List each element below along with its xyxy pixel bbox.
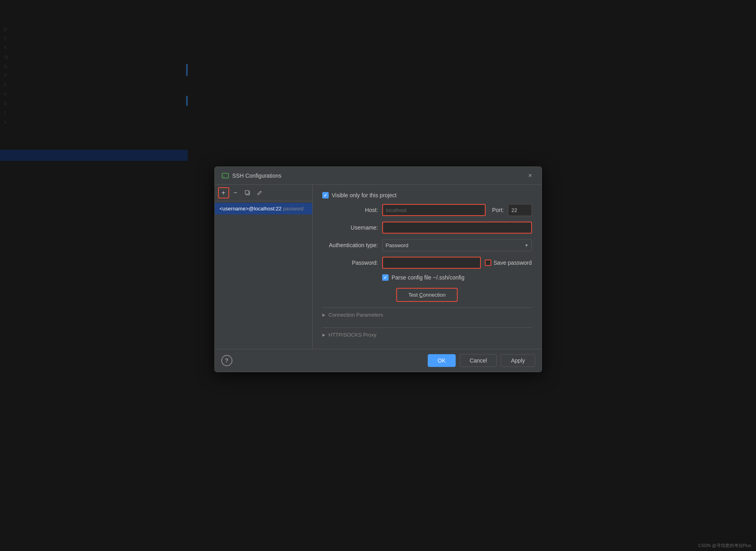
add-config-button[interactable]: + (218, 187, 229, 198)
test-connection-row: Test Connection (322, 288, 532, 302)
dialog-title: SSH Configurations (232, 172, 282, 179)
right-panel: ✓ Visible only for this project Host: Po… (313, 185, 542, 349)
apply-button[interactable]: Apply (501, 354, 535, 367)
footer-right: OK Cancel Apply (428, 354, 535, 367)
username-row: Username: (322, 222, 532, 234)
connection-parameters-section: ▶ Connection Parameters (322, 307, 532, 322)
connection-params-chevron-icon: ▶ (322, 313, 325, 317)
visible-only-row: ✓ Visible only for this project (322, 192, 532, 198)
save-password-label: Save password (494, 260, 532, 266)
http-socks-proxy-section: ▶ HTTP/SOCKS Proxy (322, 327, 532, 342)
save-password-group: Save password (485, 260, 532, 266)
username-label: Username: (322, 224, 378, 231)
ok-button[interactable]: OK (428, 354, 456, 367)
edit-config-button[interactable] (254, 187, 265, 198)
ssh-configurations-dialog: >_ SSH Configurations × + − (214, 166, 542, 372)
config-item-text: <username>@localhost:22 password (220, 206, 304, 212)
host-label: Host: (322, 207, 378, 213)
connection-parameters-header[interactable]: ▶ Connection Parameters (322, 312, 532, 318)
test-connection-button[interactable]: Test Connection (396, 288, 457, 302)
ssh-icon: >_ (221, 172, 229, 180)
remove-config-button[interactable]: − (230, 187, 241, 198)
auth-type-dropdown-wrapper: Password Key pair OpenSSH config and aut… (382, 239, 532, 251)
host-input[interactable] (382, 204, 486, 216)
port-label: Port: (492, 207, 504, 213)
title-left: >_ SSH Configurations (221, 172, 282, 180)
http-socks-proxy-header[interactable]: ▶ HTTP/SOCKS Proxy (322, 332, 532, 338)
dialog-body: + − (215, 185, 542, 349)
parse-config-row: ✓ Parse config file ~/.ssh/config (322, 274, 532, 281)
copy-config-button[interactable] (242, 187, 253, 198)
dialog-titlebar: >_ SSH Configurations × (215, 167, 542, 185)
port-input[interactable] (508, 204, 532, 216)
cancel-button[interactable]: Cancel (460, 354, 497, 367)
auth-type-row: Authentication type: Password Key pair O… (322, 239, 532, 251)
save-password-checkbox[interactable] (485, 260, 491, 266)
auth-type-label: Authentication type: (322, 242, 378, 248)
password-input[interactable] (382, 257, 481, 269)
host-row: Host: Port: (322, 204, 532, 216)
config-list: <username>@localhost:22 password (215, 201, 312, 349)
dialog-footer: ? OK Cancel Apply (215, 349, 542, 372)
left-panel: + − (215, 185, 313, 349)
connection-params-label: Connection Parameters (329, 312, 383, 318)
config-toolbar: + − (215, 185, 312, 201)
password-row: Password: Save password (322, 257, 532, 269)
footer-left: ? (221, 355, 232, 366)
http-socks-proxy-label: HTTP/SOCKS Proxy (329, 332, 377, 338)
parse-config-label: Parse config file ~/.ssh/config (392, 274, 465, 281)
username-input[interactable] (382, 222, 532, 234)
dialog-overlay: >_ SSH Configurations × + − (0, 0, 756, 551)
visible-only-checkbox[interactable]: ✓ (322, 192, 329, 198)
watermark: CSDN @寻找窝的考拉Plus (698, 543, 751, 549)
password-label: Password: (322, 260, 378, 266)
svg-rect-3 (245, 190, 249, 194)
http-proxy-chevron-icon: ▶ (322, 333, 325, 337)
parse-config-checkbox[interactable]: ✓ (382, 274, 389, 281)
svg-text:>_: >_ (223, 175, 226, 178)
visible-only-label: Visible only for this project (332, 192, 397, 198)
auth-type-select[interactable]: Password Key pair OpenSSH config and aut… (382, 239, 532, 251)
dialog-close-button[interactable]: × (526, 171, 535, 180)
config-list-item[interactable]: <username>@localhost:22 password (215, 203, 312, 214)
help-button[interactable]: ? (221, 355, 232, 366)
